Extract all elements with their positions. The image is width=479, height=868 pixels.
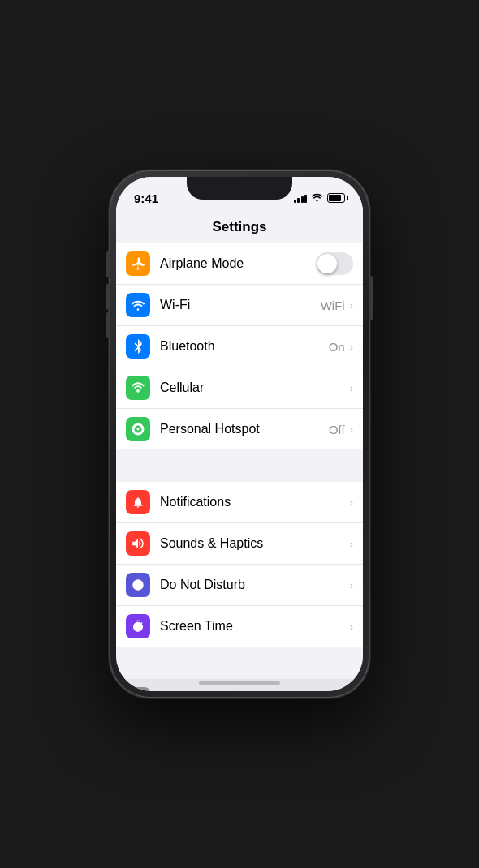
personal-hotspot-label: Personal Hotspot bbox=[160, 422, 329, 436]
airplane-mode-toggle[interactable] bbox=[316, 252, 353, 275]
home-indicator bbox=[199, 681, 280, 685]
wifi-status-icon bbox=[311, 192, 323, 204]
wifi-value: WiFi bbox=[321, 299, 345, 312]
cellular-icon bbox=[126, 376, 150, 400]
personal-hotspot-value: Off bbox=[329, 423, 345, 436]
settings-row-sounds-haptics[interactable]: Sounds & Haptics › bbox=[116, 523, 363, 565]
notifications-icon bbox=[126, 490, 150, 514]
page-title: Settings bbox=[116, 213, 363, 243]
cellular-label: Cellular bbox=[160, 380, 350, 395]
notch bbox=[187, 177, 292, 200]
bluetooth-icon bbox=[126, 334, 150, 359]
battery-icon bbox=[327, 193, 345, 203]
notifications-chevron-icon: › bbox=[350, 496, 353, 509]
personal-hotspot-chevron-icon: › bbox=[350, 423, 353, 436]
screen-time-chevron-icon: › bbox=[350, 621, 353, 633]
do-not-disturb-icon bbox=[126, 573, 150, 597]
general-icon bbox=[126, 687, 150, 691]
bluetooth-label: Bluetooth bbox=[160, 339, 329, 354]
settings-row-bluetooth[interactable]: Bluetooth On › bbox=[116, 326, 363, 367]
settings-row-wifi[interactable]: Wi-Fi WiFi › bbox=[116, 285, 363, 326]
signal-bars-icon bbox=[294, 193, 308, 203]
settings-row-airplane-mode[interactable]: Airplane Mode bbox=[116, 243, 363, 285]
airplane-mode-label: Airplane Mode bbox=[160, 256, 316, 271]
section-divider-2 bbox=[116, 653, 363, 679]
phone-screen: 9:41 bbox=[116, 177, 363, 691]
settings-row-do-not-disturb[interactable]: Do Not Disturb › bbox=[116, 565, 363, 606]
settings-group-connectivity: Airplane Mode Wi-Fi WiFi bbox=[116, 243, 363, 449]
do-not-disturb-chevron-icon: › bbox=[350, 579, 353, 591]
notifications-label: Notifications bbox=[160, 495, 350, 509]
bluetooth-value: On bbox=[329, 340, 345, 354]
wifi-icon bbox=[126, 293, 150, 317]
cellular-chevron-icon: › bbox=[350, 382, 353, 394]
status-icons bbox=[294, 192, 346, 204]
sounds-haptics-chevron-icon: › bbox=[350, 538, 353, 550]
personal-hotspot-icon bbox=[126, 417, 150, 441]
settings-group-notifications: Notifications › Sounds & Haptics › bbox=[116, 482, 363, 647]
screen-content[interactable]: Settings Airplane Mode bbox=[116, 213, 363, 691]
phone-frame: 9:41 bbox=[110, 170, 369, 698]
sounds-haptics-label: Sounds & Haptics bbox=[160, 536, 350, 551]
do-not-disturb-label: Do Not Disturb bbox=[160, 578, 350, 592]
settings-row-personal-hotspot[interactable]: Personal Hotspot Off › bbox=[116, 409, 363, 449]
screen-time-label: Screen Time bbox=[160, 619, 350, 634]
status-time: 9:41 bbox=[134, 191, 158, 205]
wifi-chevron-icon: › bbox=[350, 299, 353, 312]
svg-point-0 bbox=[136, 389, 140, 393]
bluetooth-chevron-icon: › bbox=[350, 341, 353, 353]
settings-row-notifications[interactable]: Notifications › bbox=[116, 482, 363, 523]
section-divider-1 bbox=[116, 456, 363, 482]
screen-time-icon bbox=[126, 614, 150, 638]
settings-row-screen-time[interactable]: Screen Time › bbox=[116, 606, 363, 647]
airplane-mode-icon bbox=[126, 251, 150, 276]
wifi-label: Wi-Fi bbox=[160, 298, 321, 312]
sounds-haptics-icon bbox=[126, 531, 150, 556]
settings-row-cellular[interactable]: Cellular › bbox=[116, 367, 363, 409]
